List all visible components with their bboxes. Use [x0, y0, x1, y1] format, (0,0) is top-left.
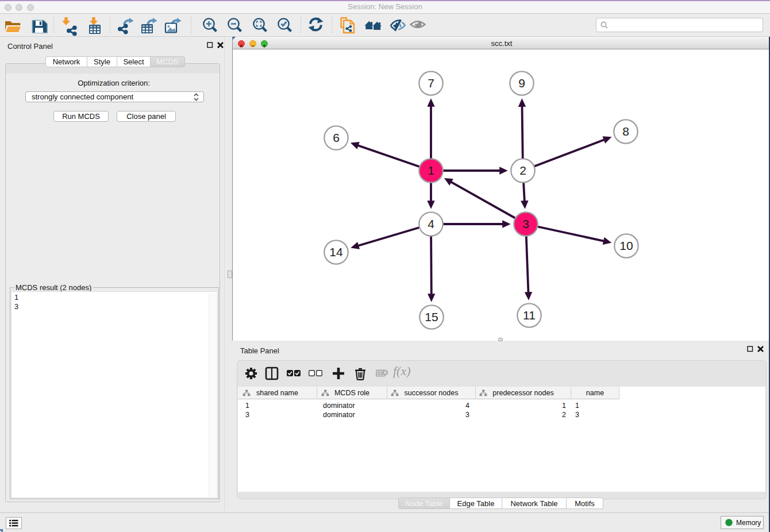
- svg-text:7: 7: [428, 76, 434, 90]
- svg-text:6: 6: [333, 131, 340, 144]
- svg-text:11: 11: [523, 309, 536, 322]
- svg-text:2: 2: [519, 164, 526, 177]
- svg-text:14: 14: [329, 245, 343, 259]
- svg-text:15: 15: [425, 310, 438, 323]
- svg-text:1: 1: [428, 164, 434, 177]
- svg-text:8: 8: [622, 125, 629, 138]
- svg-text:9: 9: [518, 76, 525, 90]
- svg-text:4: 4: [428, 217, 434, 230]
- svg-text:3: 3: [522, 217, 529, 230]
- svg-text:10: 10: [619, 239, 633, 252]
